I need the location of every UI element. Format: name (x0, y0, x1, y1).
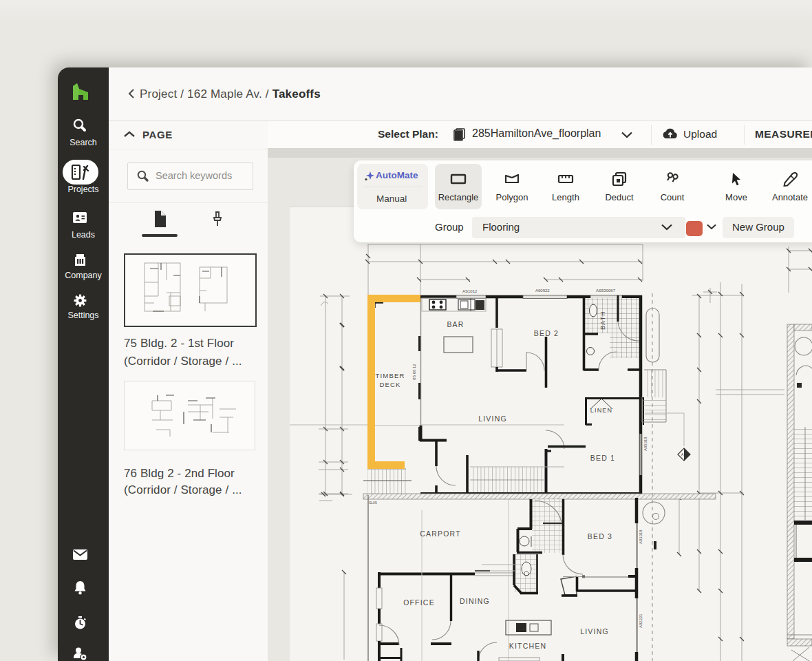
svg-text:TIMBER: TIMBER (375, 372, 405, 379)
svg-text:AS530067: AS530067 (596, 288, 616, 293)
svg-text:A05318: A05318 (643, 437, 648, 451)
svg-text:BAR: BAR (447, 320, 464, 328)
svg-text:BATH: BATH (599, 311, 606, 330)
svg-text:AS1012: AS1012 (462, 289, 478, 293)
svg-text:SL05: SL05 (369, 501, 377, 505)
svg-text:05 06 12: 05 06 12 (412, 364, 416, 380)
svg-text:BED 2: BED 2 (534, 329, 559, 337)
svg-text:CARPORT: CARPORT (420, 529, 461, 538)
svg-text:DINING: DINING (460, 597, 490, 605)
svg-text:DECK: DECK (379, 381, 400, 388)
svg-text:LIVING: LIVING (478, 415, 507, 423)
svg-text:A03318: A03318 (639, 529, 643, 544)
svg-text:LINEN: LINEN (590, 407, 613, 414)
svg-text:BED 3: BED 3 (588, 532, 612, 541)
svg-text:OFFICE: OFFICE (403, 598, 435, 607)
svg-text:A02221: A02221 (639, 613, 643, 628)
svg-text:BED 1: BED 1 (590, 454, 615, 462)
svg-text:A60922: A60922 (535, 288, 550, 293)
svg-text:LIVING: LIVING (580, 627, 609, 636)
svg-text:KITCHEN: KITCHEN (509, 642, 547, 650)
